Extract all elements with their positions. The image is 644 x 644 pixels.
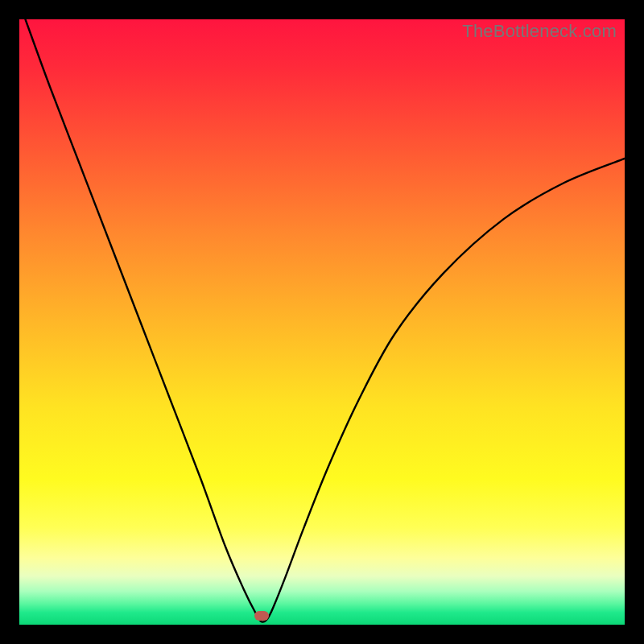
plot-area: TheBottleneck.com [19, 19, 625, 625]
minimum-marker [254, 611, 269, 621]
bottleneck-curve [19, 19, 625, 625]
chart-frame: TheBottleneck.com [0, 0, 644, 644]
